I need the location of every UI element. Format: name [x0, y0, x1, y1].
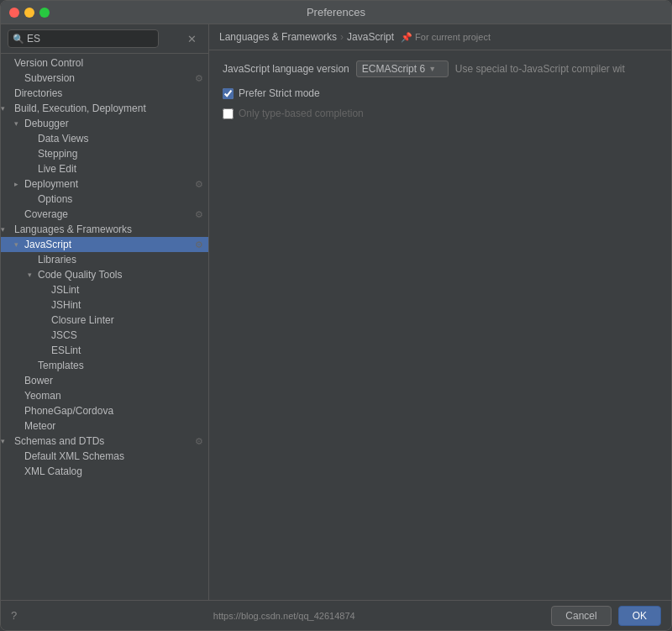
sidebar-item-label: Debugger	[24, 118, 208, 129]
sidebar-tree: Version ControlSubversion⚙Directories▾Bu…	[1, 54, 208, 600]
prefer-strict-checkbox[interactable]	[223, 88, 234, 99]
tree-arrow-icon: ▾	[1, 225, 11, 234]
settings-icon: ⚙	[195, 239, 203, 250]
sidebar-item-label: Deployment	[24, 178, 195, 190]
scope-icon: 📌	[401, 32, 412, 43]
right-panel: Languages & Frameworks › JavaScript 📌 Fo…	[209, 24, 671, 600]
minimize-button[interactable]	[24, 8, 34, 18]
sidebar-item-label: XML Catalog	[24, 465, 208, 477]
sidebar-item-label: Libraries	[38, 254, 208, 266]
scope-text: For current project	[415, 32, 491, 42]
sidebar-item-label: Code Quality Tools	[38, 269, 208, 281]
sidebar-item-xml-catalog[interactable]: XML Catalog	[1, 464, 208, 479]
cancel-button[interactable]: Cancel	[551, 606, 611, 626]
tree-arrow-icon: ▾	[28, 271, 38, 279]
sidebar-item-label: Stepping	[38, 148, 208, 160]
sidebar-item-label: Languages & Frameworks	[11, 223, 208, 235]
type-completion-checkbox[interactable]	[223, 108, 234, 119]
sidebar-item-label: ESLint	[51, 344, 208, 356]
footer-url: https://blog.csdn.net/qq_42614874	[213, 611, 355, 621]
ok-button[interactable]: OK	[618, 606, 661, 626]
sidebar-item-subversion[interactable]: Subversion⚙	[1, 71, 208, 86]
sidebar-item-label: PhoneGap/Cordova	[24, 405, 208, 417]
sidebar-item-stepping[interactable]: Stepping	[1, 146, 208, 161]
sidebar-item-label: Templates	[38, 360, 208, 371]
window-title: Preferences	[307, 6, 365, 18]
settings-icon: ⚙	[195, 436, 203, 447]
footer-buttons: Cancel OK	[551, 606, 661, 626]
tree-arrow-icon: ▸	[14, 180, 24, 188]
sidebar-item-yeoman[interactable]: Yeoman	[1, 388, 208, 403]
sidebar-item-coverage[interactable]: Coverage⚙	[1, 207, 208, 222]
sidebar-item-phonegap-cordova[interactable]: PhoneGap/Cordova	[1, 403, 208, 418]
language-version-label: JavaScript language version	[223, 63, 349, 75]
preferences-window: Preferences 🔍 ✕ Version ControlSubversio…	[0, 0, 672, 631]
sidebar-item-label: Build, Execution, Deployment	[11, 103, 208, 114]
help-icon: ?	[11, 609, 17, 622]
sidebar-item-default-xml-schemas[interactable]: Default XML Schemas	[1, 449, 208, 464]
sidebar-item-label: JSHint	[51, 299, 208, 311]
search-clear-icon[interactable]: ✕	[187, 33, 197, 45]
sidebar-item-label: JSLint	[51, 284, 208, 296]
settings-icon: ⚙	[195, 73, 203, 84]
sidebar-item-jscs[interactable]: JSCS	[1, 328, 208, 343]
tree-arrow-icon: ▾	[14, 240, 24, 249]
sidebar-item-languages-frameworks[interactable]: ▾Languages & Frameworks	[1, 222, 208, 237]
sidebar-item-label: Closure Linter	[51, 314, 208, 326]
sidebar-item-code-quality-tools[interactable]: ▾Code Quality Tools	[1, 267, 208, 282]
panel-content: JavaScript language version ECMAScript 6…	[209, 50, 671, 600]
sidebar-item-meteor[interactable]: Meteor	[1, 418, 208, 434]
titlebar: Preferences	[1, 1, 671, 24]
breadcrumb-scope: 📌 For current project	[401, 32, 491, 43]
sidebar-item-label: JSCS	[51, 329, 208, 341]
sidebar-item-label: Live Edit	[38, 163, 208, 175]
sidebar-item-schemas-dtds[interactable]: ▾Schemas and DTDs⚙	[1, 434, 208, 449]
sidebar-item-bower[interactable]: Bower	[1, 373, 208, 388]
sidebar-item-eslint[interactable]: ESLint	[1, 343, 208, 358]
close-button[interactable]	[9, 8, 19, 18]
search-wrapper: 🔍 ✕	[8, 29, 202, 48]
main-content: 🔍 ✕ Version ControlSubversion⚙Directorie…	[1, 24, 671, 600]
sidebar-item-deployment[interactable]: ▸Deployment⚙	[1, 176, 208, 192]
sidebar-item-jslint[interactable]: JSLint	[1, 282, 208, 297]
tree-arrow-icon: ▾	[1, 104, 11, 113]
sidebar-item-version-control[interactable]: Version Control	[1, 55, 208, 71]
sidebar-item-label: Coverage	[24, 208, 195, 220]
footer: ? https://blog.csdn.net/qq_42614874 Canc…	[1, 600, 671, 630]
sidebar-item-label: Meteor	[24, 420, 208, 432]
search-bar: 🔍 ✕	[1, 24, 208, 54]
language-version-value: ECMAScript 6	[362, 63, 425, 75]
prefer-strict-label[interactable]: Prefer Strict mode	[239, 87, 320, 99]
language-version-note: Use special to-JavaScript compiler wit	[455, 63, 625, 75]
help-button[interactable]: ?	[11, 609, 17, 622]
sidebar-item-label: Bower	[24, 375, 208, 386]
type-completion-label[interactable]: Only type-based completion	[239, 108, 364, 119]
search-input[interactable]	[8, 29, 159, 48]
sidebar-item-data-views[interactable]: Data Views	[1, 131, 208, 146]
language-version-row: JavaScript language version ECMAScript 6…	[223, 60, 658, 77]
sidebar-item-build-execution-deployment[interactable]: ▾Build, Execution, Deployment	[1, 101, 208, 116]
sidebar-item-label: Subversion	[24, 72, 195, 84]
sidebar-item-closure-linter[interactable]: Closure Linter	[1, 313, 208, 328]
maximize-button[interactable]	[39, 8, 50, 18]
sidebar: 🔍 ✕ Version ControlSubversion⚙Directorie…	[1, 24, 209, 600]
sidebar-item-templates[interactable]: Templates	[1, 358, 208, 373]
settings-icon: ⚙	[195, 179, 203, 190]
sidebar-item-label: Default XML Schemas	[24, 450, 208, 462]
sidebar-item-jshint[interactable]: JSHint	[1, 297, 208, 313]
type-completion-row: Only type-based completion	[223, 108, 658, 119]
breadcrumb-separator: ›	[340, 31, 344, 43]
search-icon: 🔍	[13, 34, 24, 45]
language-version-dropdown[interactable]: ECMAScript 6 ▼	[356, 60, 449, 77]
sidebar-item-javascript[interactable]: ▾JavaScript⚙	[1, 237, 208, 252]
sidebar-item-debugger[interactable]: ▾Debugger	[1, 116, 208, 131]
sidebar-item-label: Options	[38, 193, 208, 205]
sidebar-item-live-edit[interactable]: Live Edit	[1, 161, 208, 176]
sidebar-item-options[interactable]: Options	[1, 192, 208, 207]
sidebar-item-directories[interactable]: Directories	[1, 86, 208, 101]
tree-arrow-icon: ▾	[14, 119, 24, 128]
breadcrumb-bar: Languages & Frameworks › JavaScript 📌 Fo…	[209, 24, 671, 50]
dropdown-arrow-icon: ▼	[428, 65, 436, 73]
sidebar-item-label: Yeoman	[24, 390, 208, 402]
sidebar-item-libraries[interactable]: Libraries	[1, 252, 208, 267]
